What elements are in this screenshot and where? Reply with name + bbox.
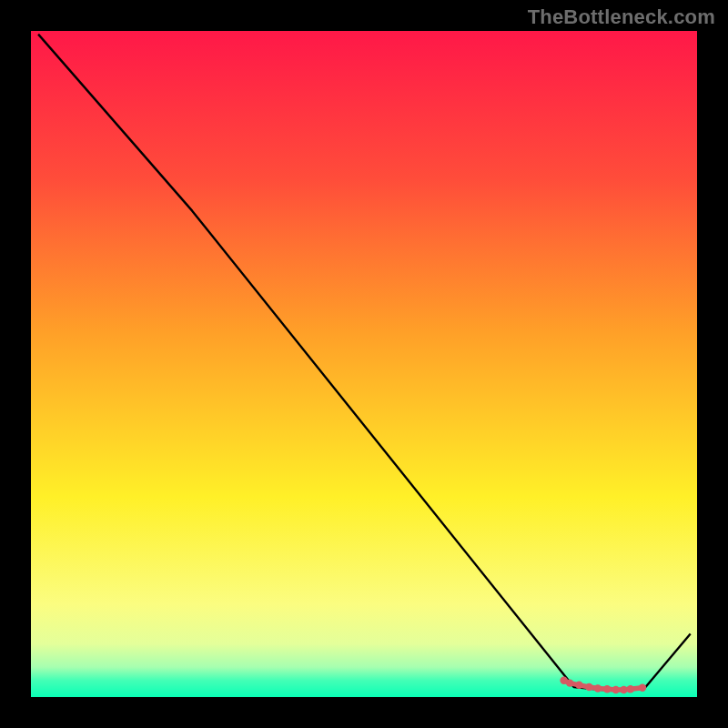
marker-dot xyxy=(585,683,592,691)
marker-dot xyxy=(639,684,646,692)
plot-background xyxy=(31,31,697,697)
marker-dot xyxy=(575,682,582,689)
marker-dot xyxy=(603,685,611,693)
marker-dot xyxy=(620,686,627,693)
marker-dot xyxy=(594,684,602,692)
marker-dot xyxy=(566,679,573,686)
bottleneck-chart xyxy=(0,0,728,728)
marker-dot xyxy=(612,686,619,693)
chart-frame: { "watermark": "TheBottleneck.com", "cha… xyxy=(0,0,728,728)
marker-dot xyxy=(627,685,634,693)
